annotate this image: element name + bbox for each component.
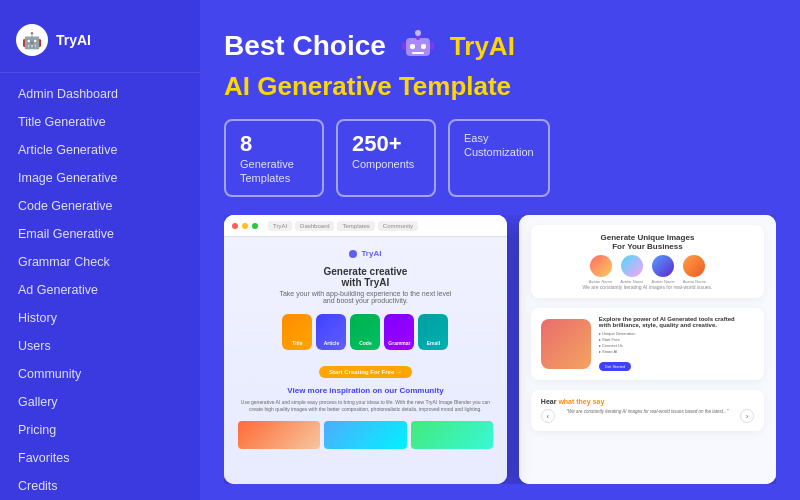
ss-avatar-group-2: Avatar Name — [620, 255, 643, 284]
sidebar-logo-text: TryAI — [56, 32, 91, 48]
screenshot-right: Generate Unique ImagesFor Your Business … — [519, 215, 776, 484]
ss-card-title: Title — [282, 314, 312, 350]
ss-avatar-4 — [683, 255, 705, 277]
badge-components-label: Components — [352, 157, 420, 171]
ss-cards-row: Title Article Code Grammar Email — [238, 314, 493, 350]
hero-title-1: Best Choice — [224, 30, 386, 62]
ss-nav-arrows: ‹ "We are constantly iterating AI images… — [541, 409, 754, 423]
sidebar-item-image-generative[interactable]: Image Generative — [8, 165, 192, 191]
ss-testimonial-text: "We are constantly iterating AI images f… — [566, 409, 728, 423]
badge-templates-number: 8 — [240, 131, 252, 156]
ss-preview-images — [238, 421, 493, 449]
sidebar-item-code-generative[interactable]: Code Generative — [8, 193, 192, 219]
svg-point-7 — [415, 30, 421, 36]
ss-avatar-1 — [590, 255, 612, 277]
sidebar-item-pricing[interactable]: Pricing — [8, 417, 192, 443]
hero-title-2: AI Generative Template — [224, 72, 511, 101]
ss-list-item-3: ▸ Connect Us — [599, 343, 754, 348]
svg-rect-4 — [421, 44, 426, 49]
sidebar-item-grammar-check[interactable]: Grammar Check — [8, 249, 192, 275]
ss-list-item-2: ▸ Start Free — [599, 337, 754, 342]
ss-brand-name: TryAI — [361, 249, 381, 258]
ss-mid-image — [541, 319, 591, 369]
ss-cta-button[interactable]: Start Creating For Free → — [319, 366, 412, 378]
ss-list-item-4: ▸ Smart AI — [599, 349, 754, 354]
sidebar-item-admin-dashboard[interactable]: Admin Dashboard — [8, 81, 192, 107]
badge-customization: EasyCustomization — [448, 119, 550, 198]
ss-avatars-row: Avatar Name Avatar Name Avatar Name — [541, 255, 754, 284]
badge-customization-label: EasyCustomization — [464, 131, 534, 160]
ss-get-started-button[interactable]: Get Started — [599, 362, 631, 371]
ss-avatar-3 — [652, 255, 674, 277]
badge-templates: 8 GenerativeTemplates — [224, 119, 324, 198]
ss-right-content: Generate Unique ImagesFor Your Business … — [519, 215, 776, 484]
hero-robot-icon — [396, 24, 440, 68]
badges-row: 8 GenerativeTemplates 250+ Components Ea… — [224, 119, 776, 198]
ss-testimonial-section: Hear what they say ‹ "We are constantly … — [531, 390, 764, 431]
ss-left-brand: TryAI — [238, 249, 493, 258]
ss-preview-img-3 — [411, 421, 493, 449]
badge-components: 250+ Components — [336, 119, 436, 198]
ss-nav-dashboard: Dashboard — [295, 221, 334, 231]
screenshot-left-inner: TryAI Dashboard Templates Community TryA… — [224, 215, 507, 484]
sidebar-logo-icon: 🤖 — [16, 24, 48, 56]
ss-nav-templates: Templates — [337, 221, 374, 231]
screenshot-left: TryAI Dashboard Templates Community TryA… — [224, 215, 507, 484]
ss-mid-title: Explore the power of AI Generated tools … — [599, 316, 754, 328]
hero-row-1: Best Choice TryAI — [224, 24, 776, 68]
ss-mid-list: ▸ Unique Generation ▸ Start Free ▸ Conne… — [599, 331, 754, 354]
hero-brand-text: TryAI — [450, 31, 515, 62]
ss-nav-items: TryAI Dashboard Templates Community — [268, 221, 418, 231]
ss-right-section-1: Generate Unique ImagesFor Your Business … — [531, 225, 764, 298]
ss-community-body: Use generative AI and simple easy proces… — [238, 399, 493, 413]
ss-left-content: TryAI Generate creativewith TryAI Take y… — [224, 237, 507, 461]
svg-rect-3 — [410, 44, 415, 49]
ss-list-item-1: ▸ Unique Generation — [599, 331, 754, 336]
badge-components-number: 250+ — [352, 131, 402, 156]
main-content: Best Choice TryAI AI Generative Template — [200, 0, 800, 500]
ss-hear-title: Hear what they say — [541, 398, 754, 405]
sidebar-logo: 🤖 TryAI — [0, 16, 200, 73]
ss-prev-arrow[interactable]: ‹ — [541, 409, 555, 423]
ss-mid-text: Explore the power of AI Generated tools … — [599, 316, 754, 372]
sidebar-item-credits[interactable]: Credits — [8, 473, 192, 499]
ss-preview-img-1 — [238, 421, 320, 449]
ss-hero-subtext: Take your with app-building experience t… — [238, 290, 493, 304]
ss-minimize-dot — [242, 223, 248, 229]
robot-icon: 🤖 — [22, 31, 42, 50]
sidebar-item-history[interactable]: History — [8, 305, 192, 331]
ss-left-header: TryAI Dashboard Templates Community — [224, 215, 507, 237]
ss-expand-dot — [252, 223, 258, 229]
ss-community-title: View more inspiration on our Community — [238, 386, 493, 395]
sidebar-item-title-generative[interactable]: Title Generative — [8, 109, 192, 135]
ss-hero-heading: Generate creativewith TryAI — [238, 266, 493, 288]
badge-templates-label: GenerativeTemplates — [240, 157, 308, 186]
sidebar-item-ad-generative[interactable]: Ad Generative — [8, 277, 192, 303]
ss-right-title-1: Generate Unique ImagesFor Your Business — [541, 233, 754, 251]
ss-what-they-say: what they say — [558, 398, 604, 405]
sidebar-item-users[interactable]: Users — [8, 333, 192, 359]
ss-avatar-2 — [621, 255, 643, 277]
sidebar-item-community[interactable]: Community — [8, 361, 192, 387]
ss-avatar-group-4: Avatar Name — [683, 255, 706, 284]
ss-preview-img-2 — [324, 421, 406, 449]
sidebar-item-gallery[interactable]: Gallery — [8, 389, 192, 415]
sidebar-item-email-generative[interactable]: Email Generative — [8, 221, 192, 247]
ss-nav-community: Community — [378, 221, 418, 231]
ss-next-arrow[interactable]: › — [740, 409, 754, 423]
ss-avatar-group-1: Avatar Name — [589, 255, 612, 284]
ss-right-section-2: Explore the power of AI Generated tools … — [531, 308, 764, 380]
sidebar-item-article-generative[interactable]: Article Generative — [8, 137, 192, 163]
ss-avatar-group-3: Avatar Name — [651, 255, 674, 284]
ss-nav-brand: TryAI — [268, 221, 292, 231]
ss-card-code: Code — [350, 314, 380, 350]
sidebar-navigation: Admin DashboardTitle GenerativeArticle G… — [0, 81, 200, 499]
ss-right-body-1: We are constantly iterating AI images fo… — [541, 284, 754, 290]
screenshots-row: TryAI Dashboard Templates Community TryA… — [224, 215, 776, 484]
robot-svg-icon — [396, 24, 440, 68]
ss-card-grammar: Grammar — [384, 314, 414, 350]
ss-brand-dot — [349, 250, 357, 258]
sidebar-item-favorites[interactable]: Favorites — [8, 445, 192, 471]
svg-rect-5 — [412, 52, 424, 54]
ss-close-dot — [232, 223, 238, 229]
